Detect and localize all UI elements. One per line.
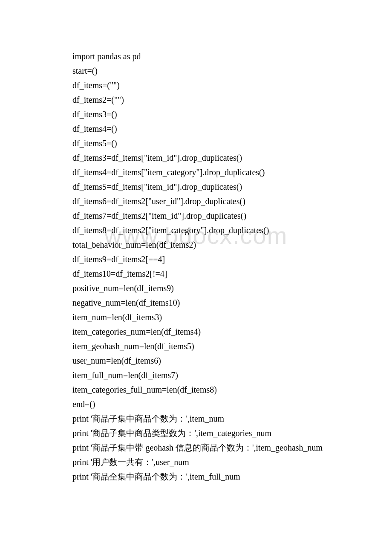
code-line: print '商品全集中商品个数为：',item_full_num [72,469,320,484]
code-line: df_items5=() [72,136,320,150]
code-line: print '商品子集中商品个数为：',item_num [72,411,320,426]
code-document-body: import pandas as pd start=() df_items=("… [72,49,320,484]
code-line: df_items4=df_items["item_category"].drop… [72,165,320,179]
code-line: item_categories_full_num=len(df_items8) [72,382,320,397]
code-line: item_full_num=len(df_items7) [72,368,320,382]
code-line: print '商品子集中带 geohash 信息的商品个数为：',item_ge… [72,440,320,455]
code-line: df_items2=("") [72,92,320,107]
code-line: df_items5=df_items["item_id"].drop_dupli… [72,179,320,194]
code-line: df_items3=df_items["item_id"].drop_dupli… [72,150,320,165]
code-line: print '用户数一共有：',user_num [72,455,320,469]
code-line: start=() [72,64,320,78]
code-line: df_items7=df_items2["item_id"].drop_dupl… [72,208,320,223]
code-line: print '商品子集中商品类型数为：',item_categories_num [72,426,320,440]
code-line: negative_num=len(df_items10) [72,295,320,310]
code-line: import pandas as pd [72,49,320,64]
code-line: df_items9=df_items2[==4] [72,252,320,266]
code-line: end=() [72,397,320,411]
code-line: df_items4=() [72,121,320,136]
code-line: df_items=("") [72,78,320,92]
code-line: total_behavior_num=len(df_items2) [72,237,320,252]
code-line: item_categories_num=len(df_items4) [72,324,320,339]
code-line: item_geohash_num=len(df_items5) [72,339,320,353]
code-line: item_num=len(df_items3) [72,310,320,324]
code-line: positive_num=len(df_items9) [72,281,320,295]
code-line: df_items6=df_items2["user_id"].drop_dupl… [72,194,320,208]
code-line: user_num=len(df_items6) [72,353,320,368]
code-line: df_items8=df_items2["item_category"].dro… [72,223,320,237]
code-line: df_items10=df_items2[!=4] [72,266,320,281]
code-line: df_items3=() [72,107,320,121]
